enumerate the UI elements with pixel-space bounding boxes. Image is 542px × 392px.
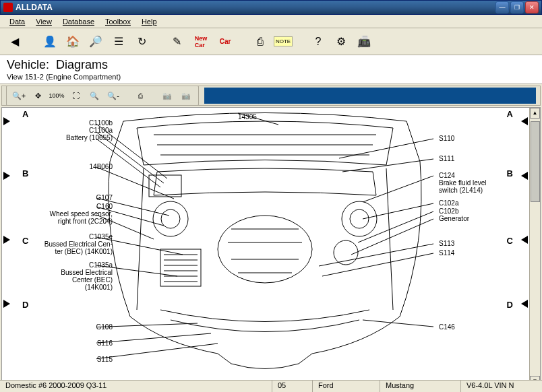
zoom-out-button[interactable]: 🔍- — [105, 88, 121, 104]
edit-button[interactable]: ✎ — [167, 32, 186, 51]
grid-tri-icon — [521, 117, 528, 125]
svg-line-28 — [322, 253, 433, 276]
settings-button[interactable]: ⚙ — [332, 32, 351, 51]
scroll-thumb[interactable] — [531, 121, 540, 202]
grid-row-b-r: B — [507, 168, 513, 178]
statusbar: Domestic #6 2000-2009 Q3-11 05 Ford Must… — [0, 380, 542, 392]
grid-tri-icon — [3, 117, 10, 125]
svg-line-18 — [96, 333, 211, 344]
list-button[interactable]: ☰ — [109, 32, 128, 51]
list-icon: ☰ — [114, 35, 123, 48]
back-icon: ◀ — [11, 35, 19, 48]
diagram-label: Generator — [439, 215, 469, 222]
profile-button[interactable]: 👤 — [40, 32, 59, 51]
zoom-out-icon: 🔍- — [107, 92, 119, 100]
grid-row-c-r: C — [507, 236, 513, 246]
camera1-button[interactable]: 📷 — [159, 88, 175, 104]
diagram-toolbar: 🔍+ ✥ 100% ⛶ 🔍 🔍- ⎙ 📷 📷 — [1, 86, 541, 106]
app-icon — [3, 3, 13, 12]
svg-line-9 — [96, 132, 164, 183]
svg-point-3 — [350, 209, 369, 228]
status-dataset: Domestic #6 2000-2009 Q3-11 — [0, 381, 272, 392]
refresh-button[interactable]: ↻ — [132, 32, 151, 51]
svg-point-1 — [161, 209, 180, 228]
back-button[interactable]: ◀ — [5, 32, 24, 51]
help-icon: ? — [315, 36, 322, 48]
diagram-label: switch (2L414) — [439, 187, 483, 194]
help-button[interactable]: ? — [309, 32, 328, 51]
diagram-print-button[interactable]: ⎙ — [132, 88, 148, 104]
note-button[interactable]: NOTE — [274, 32, 293, 51]
diagram-area[interactable]: A B C D A B C D C1100bC1100aBattery (106… — [1, 107, 541, 387]
menu-help[interactable]: Help — [136, 16, 162, 27]
grid-row-a-r: A — [507, 109, 513, 119]
svg-line-29 — [363, 320, 433, 327]
menu-toolbox[interactable]: Toolbox — [100, 16, 136, 27]
camera-icon: 📷 — [162, 92, 172, 100]
menu-database[interactable]: Database — [57, 16, 100, 27]
grid-row-a: A — [22, 109, 28, 119]
status-model: Mustang — [380, 381, 461, 392]
svg-line-19 — [96, 344, 218, 360]
svg-line-21 — [339, 139, 433, 158]
home-icon: 🏠 — [66, 35, 80, 48]
grid-row-d-r: D — [507, 300, 513, 310]
grid-row-b: B — [22, 168, 28, 178]
grid-tri-icon — [3, 300, 10, 308]
zoom-tool-button[interactable]: 🔍 — [86, 88, 102, 104]
search-icon: 🔎 — [89, 35, 102, 48]
diagram-label: C102a — [439, 199, 458, 207]
grid-tri-icon — [3, 172, 10, 180]
refresh-icon: ↻ — [138, 35, 146, 48]
camera2-button[interactable]: 📷 — [178, 88, 194, 104]
menu-data[interactable]: Data — [4, 16, 30, 27]
diagram-print-icon: ⎙ — [138, 92, 143, 100]
svg-line-20 — [238, 113, 278, 125]
zoom-in-icon: 🔍+ — [12, 92, 26, 100]
search-button[interactable]: 🔎 — [86, 32, 105, 51]
svg-point-0 — [153, 201, 188, 236]
diagram-label: Brake fluid level — [439, 179, 487, 187]
fit-icon: ⛶ — [72, 92, 80, 100]
print-icon: ⎙ — [257, 36, 264, 48]
car-icon: Car — [220, 38, 231, 45]
zoom-100-button[interactable]: 100% — [49, 88, 65, 104]
window-title: ALLDATA — [16, 3, 495, 12]
scroll-up-button[interactable]: ▲ — [530, 108, 540, 119]
vertical-scrollbar[interactable]: ▲ ▼ — [529, 108, 540, 387]
close-button[interactable]: ✕ — [525, 1, 539, 13]
pan-icon: ✥ — [35, 92, 41, 100]
page-subtitle: View 151-2 (Engine Compartment) — [7, 73, 535, 81]
status-year: 05 — [272, 381, 313, 392]
diagram-label: S113 — [439, 240, 454, 247]
diagram-label: S111 — [439, 155, 454, 162]
diagram-label: S110 — [439, 135, 454, 142]
svg-line-25 — [358, 211, 433, 242]
diagram-toolbar-accent — [204, 88, 536, 104]
fit-button[interactable]: ⛶ — [67, 88, 84, 104]
menu-view[interactable]: View — [30, 16, 57, 27]
svg-line-8 — [96, 124, 167, 178]
home-button[interactable]: 🏠 — [63, 32, 82, 51]
maximize-button[interactable]: ❐ — [510, 1, 524, 13]
diagram-content[interactable]: A B C D A B C D C1100bC1100aBattery (106… — [2, 108, 529, 387]
engine-diagram — [96, 108, 433, 384]
status-make: Ford — [313, 381, 380, 392]
zoom-in-button[interactable]: 🔍+ — [11, 88, 27, 104]
zoom-tool-icon: 🔍 — [90, 92, 99, 100]
car-button[interactable]: Car — [216, 32, 235, 51]
pan-button[interactable]: ✥ — [30, 88, 46, 104]
svg-line-13 — [96, 207, 164, 226]
fax-button[interactable]: 📠 — [355, 32, 373, 51]
new-car-button[interactable]: NewCar — [190, 32, 212, 51]
print-button[interactable]: ⎙ — [251, 32, 270, 51]
svg-line-11 — [96, 167, 174, 199]
content-header: Vehicle: Diagrams View 151-2 (Engine Com… — [0, 55, 542, 84]
minimize-button[interactable]: — — [495, 1, 509, 13]
pencil-icon: ✎ — [173, 35, 181, 48]
grid-row-d: D — [22, 300, 28, 310]
camera-icon: 📷 — [181, 92, 191, 100]
grid-row-c: C — [22, 236, 28, 246]
status-engine: V6-4.0L VIN N — [461, 381, 542, 392]
svg-line-22 — [342, 159, 433, 172]
